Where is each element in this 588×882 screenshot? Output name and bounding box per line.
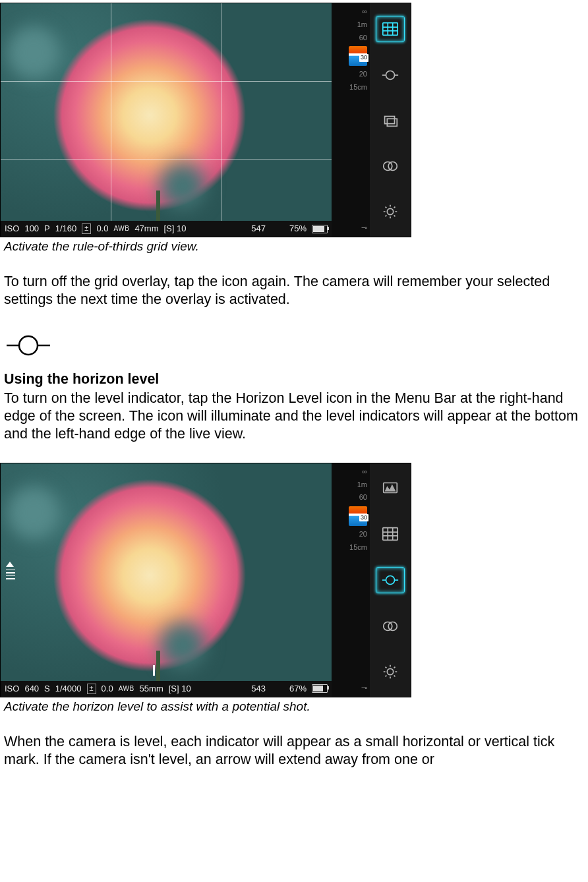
grid-icon[interactable] (376, 521, 404, 546)
focus-20: 20 (359, 70, 367, 79)
svg-point-11 (388, 162, 397, 171)
focus-end: ⊸ (361, 223, 367, 233)
svg-point-26 (388, 622, 397, 630)
focus-scale: ∞ 1m 60 30 20 15cm ⊸ (332, 463, 370, 697)
status-bar: ISO 100 P 1/160 ± 0.0 AWB 47mm [S] 10 54… (1, 221, 332, 237)
settings-gear-icon[interactable] (376, 659, 404, 684)
horizon-level-icon[interactable] (376, 567, 405, 593)
awb: AWB (119, 685, 134, 693)
status-bar: ISO 640 S 1/4000 ± 0.0 AWB 55mm [S] 10 5… (1, 681, 332, 697)
focus-inf: ∞ (362, 467, 367, 477)
menu-bar (370, 3, 411, 237)
live-view: ISO 100 P 1/160 ± 0.0 AWB 47mm [S] 10 54… (1, 3, 332, 237)
focus-15cm: 15cm (349, 543, 367, 552)
focus-inf: ∞ (362, 7, 367, 16)
focus-1m: 1m (357, 20, 367, 30)
shots-remaining: 543 (251, 684, 266, 694)
focus-end: ⊸ (361, 684, 367, 693)
focus-20: 20 (359, 530, 367, 539)
battery-pct: 67% (289, 684, 307, 694)
camera-figure-grid: ISO 100 P 1/160 ± 0.0 AWB 47mm [S] 10 54… (0, 3, 411, 237)
lens-icon[interactable] (376, 614, 404, 639)
horizon-level-icon[interactable] (376, 63, 404, 88)
live-view: ISO 640 S 1/4000 ± 0.0 AWB 55mm [S] 10 5… (1, 463, 332, 697)
focus-15cm: 15cm (349, 83, 367, 92)
ev-value: 0.0 (96, 223, 108, 234)
svg-point-27 (387, 669, 393, 675)
focal: 55mm (140, 684, 163, 694)
mode: P (44, 223, 50, 234)
svg-rect-0 (383, 22, 397, 35)
shots-remaining: 547 (251, 223, 266, 234)
iso-label: ISO (5, 684, 19, 694)
drive: [S] 10 (169, 684, 191, 694)
vertical-level-indicator (6, 562, 15, 581)
iso-value: 640 (24, 684, 39, 694)
svg-point-13 (19, 336, 38, 355)
grid-line (1, 159, 332, 160)
horizon-section-icon (4, 328, 584, 367)
overlay-mode-icon[interactable] (376, 108, 404, 133)
grid-line (221, 3, 221, 237)
svg-point-25 (384, 622, 392, 630)
focus-scale: ∞ 1m 60 30 20 15cm ⊸ (332, 3, 370, 237)
horizontal-level-indicator (153, 665, 155, 676)
svg-point-5 (386, 71, 394, 79)
menu-bar (370, 463, 411, 697)
svg-rect-9 (387, 119, 397, 126)
svg-rect-8 (385, 116, 395, 123)
svg-rect-17 (383, 527, 397, 540)
battery-pct: 75% (289, 223, 307, 234)
ev-icon: ± (82, 223, 91, 234)
settings-gear-icon[interactable] (376, 199, 404, 224)
mode: S (44, 684, 50, 694)
iso-label: ISO (5, 223, 19, 234)
figure2-caption: Activate the horizon level to assist wit… (4, 699, 584, 715)
section-heading: Using the horizon level (4, 370, 584, 388)
paragraph-grid-off: To turn off the grid overlay, tap the ic… (4, 273, 584, 309)
awb: AWB (113, 225, 129, 233)
svg-point-12 (387, 209, 393, 215)
ev-icon: ± (87, 684, 96, 694)
ev-value: 0.0 (102, 684, 113, 694)
grid-icon[interactable] (376, 16, 405, 42)
lens-icon[interactable] (376, 154, 404, 179)
camera-figure-horizon: ISO 640 S 1/4000 ± 0.0 AWB 55mm [S] 10 5… (0, 463, 411, 697)
svg-point-22 (386, 575, 394, 584)
focus-bar: 30 (349, 46, 367, 66)
focus-60: 60 (359, 34, 367, 43)
grid-line (1, 81, 332, 82)
focus-60: 60 (359, 493, 367, 502)
grid-line (111, 3, 111, 237)
section-body: To turn on the level indicator, tap the … (4, 390, 584, 443)
level-ticks (6, 570, 15, 579)
level-arrow-icon (6, 562, 14, 567)
battery-icon (312, 684, 328, 693)
shutter: 1/160 (55, 223, 77, 234)
focus-bar: 30 (349, 506, 367, 526)
focal: 47mm (134, 223, 158, 234)
paragraph-level-behavior: When the camera is level, each indicator… (4, 733, 584, 769)
svg-point-10 (384, 162, 392, 171)
focus-1m: 1m (357, 481, 367, 490)
battery-icon (312, 225, 328, 233)
iso-value: 100 (24, 223, 39, 234)
histogram-icon[interactable] (376, 475, 404, 500)
figure1-caption: Activate the rule-of-thirds grid view. (4, 239, 584, 254)
shutter: 1/4000 (55, 684, 82, 694)
drive: [S] 10 (164, 223, 187, 234)
